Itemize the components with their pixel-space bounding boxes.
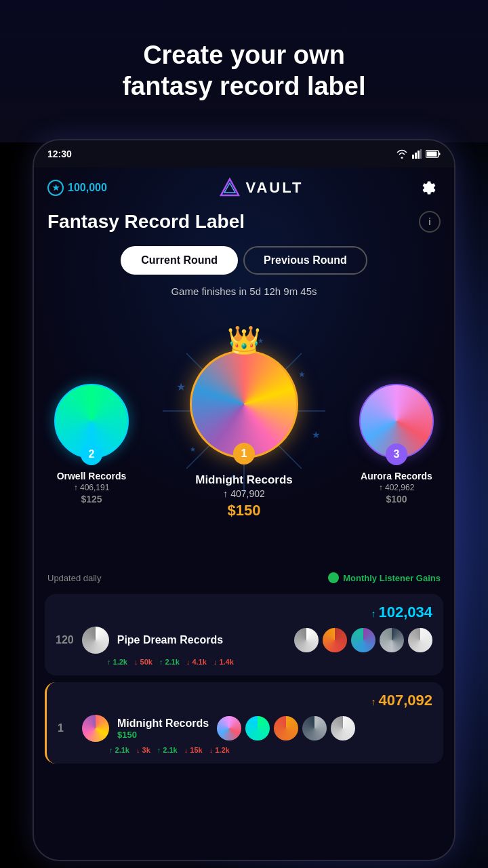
- spotify-icon: [328, 572, 339, 583]
- mini-avatar-8: [274, 716, 298, 741]
- coin-icon: ★: [47, 180, 64, 196]
- gear-icon: [420, 180, 436, 196]
- card2-mini-stats: ↑ 2.1k ↓ 3k ↑ 2.1k ↓ 15k ↓ 1.2k: [58, 746, 432, 754]
- card2-main-row: 1 Midnight Records $150: [58, 715, 432, 742]
- list-card-2[interactable]: ↑407,092 1 Midnight Records $150: [45, 682, 443, 764]
- card1-avatar: [82, 627, 109, 654]
- card1-mini-avatars: [294, 628, 432, 652]
- mini-avatar-2: [323, 628, 347, 652]
- coins-value: 100,000: [68, 182, 107, 194]
- hero-line2: fantasy record label: [122, 72, 365, 100]
- status-bar: 12:30: [34, 140, 454, 167]
- svg-text:★: ★: [298, 370, 306, 379]
- battery-icon: [426, 150, 441, 158]
- first-score: ↑ 407,902: [223, 488, 265, 499]
- settings-button[interactable]: [416, 176, 441, 200]
- card2-top-row: ↑407,092: [58, 692, 432, 709]
- stat2-1: ↑ 2.1k: [109, 746, 129, 754]
- info-button[interactable]: i: [419, 211, 441, 233]
- mini-avatar-9: [302, 716, 327, 741]
- top-bar: ★ 100,000 VAULT: [34, 167, 454, 208]
- first-orb: 1: [190, 350, 298, 458]
- first-badge: 1: [233, 443, 255, 465]
- third-badge: 3: [386, 443, 407, 465]
- third-name: Aurora Records: [361, 471, 432, 481]
- coins-badge: ★ 100,000: [47, 180, 107, 196]
- page-header: Fantasy Record Label i: [34, 208, 454, 241]
- list-card-1[interactable]: ↑102,034 120 Pipe Dream Records: [45, 594, 443, 675]
- vault-name: VAULT: [245, 179, 303, 197]
- card1-mini-stats: ↑ 1.2k ↓ 50k ↑ 2.1k ↓ 4.1k ↓ 1.4k: [56, 658, 432, 666]
- list-section: Updated daily Monthly Listener Gains ↑10…: [34, 567, 454, 764]
- second-name: Orwell Records: [57, 471, 127, 481]
- hero-text: Create your own fantasy record label: [95, 26, 392, 115]
- mini-avatar-7: [245, 716, 270, 741]
- mini-avatar-3: [351, 628, 375, 652]
- card1-rank: 120: [56, 634, 74, 646]
- card2-mini-avatars: [217, 716, 355, 741]
- current-round-tab[interactable]: Current Round: [121, 246, 238, 275]
- second-place: 2 Orwell Records ↑ 406,191 $125: [54, 384, 129, 505]
- status-time: 12:30: [47, 149, 72, 159]
- second-prize: $125: [81, 494, 102, 505]
- app-content: ★ 100,000 VAULT Fantasy Record Label i: [34, 167, 454, 860]
- first-place: 1 Midnight Records ↑ 407,902 $150: [190, 350, 298, 519]
- svg-rect-1: [415, 153, 417, 159]
- card2-name: Midnight Records: [117, 717, 209, 730]
- stat2-4: ↓ 15k: [184, 746, 203, 754]
- first-name: Midnight Records: [195, 473, 293, 487]
- spotify-label: Monthly Listener Gains: [328, 572, 441, 583]
- stat2-3: ↑ 2.1k: [157, 746, 178, 754]
- card1-name: Pipe Dream Records: [117, 634, 286, 646]
- card1-score: ↑102,034: [371, 604, 432, 621]
- mini-avatar-5: [408, 628, 432, 652]
- stat1-3: ↑ 2.1k: [159, 658, 180, 666]
- second-orb: 2: [54, 384, 129, 458]
- mini-avatar-4: [380, 628, 404, 652]
- page-title: Fantasy Record Label: [47, 211, 245, 233]
- stat1-4: ↓ 4.1k: [186, 658, 207, 666]
- wifi-icon: [396, 149, 408, 159]
- third-orb: 3: [359, 384, 434, 458]
- third-place: 3 Aurora Records ↑ 402,962 $100: [359, 384, 434, 505]
- first-prize: $150: [228, 502, 261, 519]
- card1-top-row: ↑102,034: [56, 604, 432, 621]
- phone-frame: 12:30: [33, 139, 455, 861]
- card1-main-row: 120 Pipe Dream Records: [56, 627, 432, 654]
- mini-avatar-10: [331, 716, 355, 741]
- stat1-2: ↓ 50k: [134, 658, 152, 666]
- spotify-label-text: Monthly Listener Gains: [343, 573, 441, 583]
- third-score: ↑ 402,962: [379, 483, 415, 492]
- stat2-2: ↓ 3k: [136, 746, 150, 754]
- svg-rect-0: [412, 155, 414, 159]
- crown-icon: 👑: [227, 324, 261, 356]
- svg-text:★: ★: [176, 381, 186, 393]
- svg-text:★: ★: [312, 429, 321, 440]
- card2-score: ↑407,092: [371, 692, 432, 709]
- card2-name-block: Midnight Records $150: [117, 717, 209, 740]
- card2-sub: $150: [117, 730, 209, 740]
- stat1-5: ↓ 1.4k: [214, 658, 234, 666]
- second-badge: 2: [81, 443, 102, 465]
- stat1-1: ↑ 1.2k: [107, 658, 127, 666]
- previous-round-tab[interactable]: Previous Round: [243, 246, 367, 275]
- vault-logo-icon: [220, 178, 240, 198]
- second-score: ↑ 406,191: [74, 483, 110, 492]
- mini-avatar-6: [217, 716, 241, 741]
- updated-label: Updated daily: [47, 573, 102, 583]
- svg-rect-5: [439, 153, 441, 155]
- timer-text: Game finishes in 5d 12h 9m 45s: [34, 280, 454, 302]
- hero-line1: Create your own: [143, 41, 345, 69]
- round-tabs: Current Round Previous Round: [34, 241, 454, 280]
- hero-section: Create your own fantasy record label: [0, 0, 488, 142]
- status-icons: [396, 149, 441, 159]
- svg-rect-3: [420, 149, 422, 159]
- podium-section: ★ ★ ★ ★ ★ ★ 👑 2 Orwell Records ↑ 406,191…: [34, 309, 454, 560]
- stat2-5: ↓ 1.2k: [209, 746, 230, 754]
- mini-avatar-1: [294, 628, 319, 652]
- svg-rect-6: [427, 152, 437, 157]
- vault-logo: VAULT: [220, 178, 303, 198]
- card2-rank: 1: [58, 722, 74, 734]
- card2-avatar: [82, 715, 109, 742]
- third-prize: $100: [386, 494, 407, 505]
